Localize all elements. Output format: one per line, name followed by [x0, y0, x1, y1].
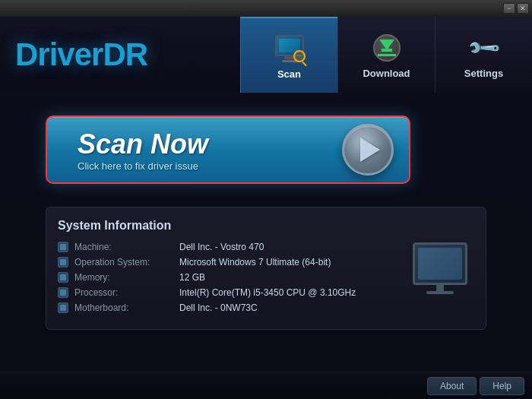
pc-stand-icon — [426, 291, 454, 294]
processor-icon — [58, 287, 68, 298]
memory-icon — [58, 272, 68, 283]
scan-play-button[interactable] — [342, 124, 394, 176]
help-button[interactable]: Help — [480, 377, 524, 395]
main-content: Scan Now Click here to fix driver issue … — [0, 93, 532, 353]
settings-icon-wrap: 🔧 — [470, 35, 497, 60]
system-info-panel: System Information Machine: Dell Inc. - … — [46, 207, 486, 330]
info-row: Memory: 12 GB — [58, 272, 391, 283]
download-circle-icon — [373, 34, 401, 62]
header: DriverDR Scan — [0, 17, 532, 93]
info-label-2: Memory: — [74, 272, 173, 283]
scan-tab-label: Scan — [277, 68, 301, 80]
tab-settings[interactable]: 🔧 Settings — [435, 17, 532, 93]
scan-btn-text: Scan Now Click here to fix driver issue — [78, 128, 208, 172]
tab-scan[interactable]: Scan — [240, 17, 337, 93]
about-button[interactable]: About — [427, 377, 477, 395]
info-row: Processor: Intel(R) Core(TM) i5-3450 CPU… — [58, 287, 391, 298]
pc-neck-icon — [436, 285, 444, 291]
info-label-3: Processor: — [74, 287, 173, 298]
system-info-title: System Information — [58, 219, 391, 233]
info-label-1: Operation System: — [74, 257, 173, 268]
os-icon — [58, 257, 68, 268]
info-row: Motherboard: Dell Inc. - 0NW73C — [58, 302, 391, 313]
settings-tab-label: Settings — [464, 68, 503, 79]
app-container: DriverDR Scan — [0, 17, 532, 399]
motherboard-icon — [58, 302, 68, 313]
pc-screen-outer — [413, 242, 467, 285]
nav-tabs: Scan Download 🔧 — [240, 17, 532, 93]
info-label-4: Motherboard: — [74, 302, 173, 313]
system-info-content: System Information Machine: Dell Inc. - … — [58, 219, 391, 318]
pc-icon-container — [406, 219, 474, 318]
pc-screen-inner — [418, 248, 462, 280]
close-button[interactable]: ✕ — [517, 3, 529, 14]
info-rows-container: Machine: Dell Inc. - Vostro 470 Operatio… — [58, 242, 391, 313]
info-value-1: Microsoft Windows 7 Ultimate (64-bit) — [179, 257, 331, 268]
machine-icon — [58, 242, 68, 252]
title-bar: − ✕ — [0, 0, 532, 17]
logo: DriverDR — [15, 36, 147, 73]
info-value-4: Dell Inc. - 0NW73C — [179, 302, 258, 313]
play-triangle-icon — [360, 138, 380, 162]
info-value-3: Intel(R) Core(TM) i5-3450 CPU @ 3.10GHz — [179, 287, 356, 298]
pc-monitor-icon — [413, 242, 467, 294]
scan-now-subtitle: Click here to fix driver issue — [78, 160, 208, 172]
info-label-0: Machine: — [74, 242, 173, 252]
magnifier-icon — [293, 50, 306, 62]
tab-download[interactable]: Download — [337, 17, 435, 93]
info-row: Operation System: Microsoft Windows 7 Ul… — [58, 257, 391, 268]
download-tab-label: Download — [363, 68, 410, 79]
download-tab-icon — [369, 31, 405, 65]
info-value-2: 12 GB — [179, 272, 205, 283]
footer: About Help — [0, 372, 532, 399]
scan-now-title: Scan Now — [78, 128, 208, 160]
info-value-0: Dell Inc. - Vostro 470 — [179, 242, 264, 252]
minimize-button[interactable]: − — [503, 3, 515, 14]
scan-now-button[interactable]: Scan Now Click here to fix driver issue — [46, 116, 410, 184]
download-bar-icon — [382, 49, 392, 52]
logo-text: DriverDR — [15, 36, 147, 73]
scan-tab-icon — [271, 32, 308, 65]
settings-tab-icon: 🔧 — [466, 31, 502, 65]
download-base-icon — [378, 54, 396, 56]
info-row: Machine: Dell Inc. - Vostro 470 — [58, 242, 391, 252]
wrench-icon: 🔧 — [465, 29, 502, 65]
